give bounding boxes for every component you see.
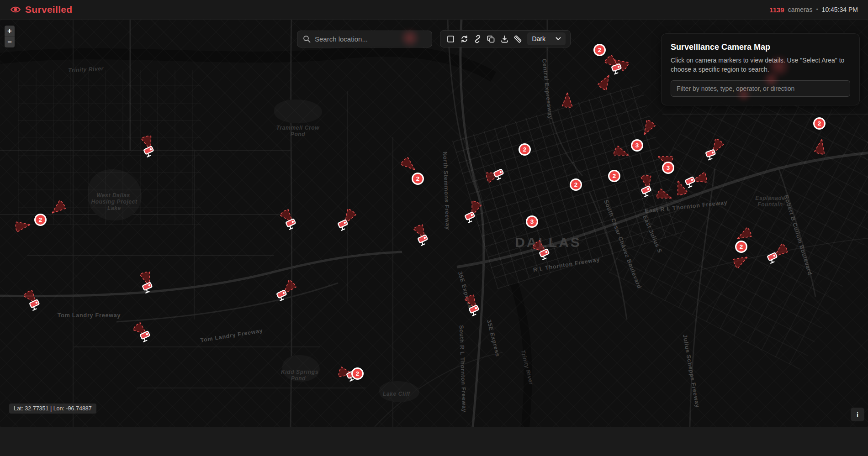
camera-marker[interactable] [285,216,299,230]
camera-view-cone [14,218,32,234]
camera-view-cone [812,137,829,156]
camera-marker[interactable] [143,143,157,157]
attribution-button[interactable]: i [851,408,864,421]
copy-icon[interactable] [485,32,497,45]
map-style-value: Dark [532,35,545,42]
measure-icon[interactable] [512,32,524,45]
download-icon[interactable] [499,32,510,45]
camera-view-cone [47,198,69,219]
map-label: Kidd Springs [281,369,318,375]
status-separator: • [816,6,818,13]
camera-marker[interactable] [493,166,507,180]
cluster-marker[interactable]: 2 [593,44,606,56]
camera-view-cone [638,118,658,139]
select-area-icon[interactable] [445,32,456,45]
chevron-down-icon [556,37,561,41]
camera-marker[interactable] [539,246,552,260]
camera-marker[interactable] [705,147,719,160]
map-label: Central Expressway [541,58,554,120]
cluster-count: 2 [613,173,616,179]
map-style-select[interactable]: Dark [527,32,566,45]
map-label: Pond [291,375,306,382]
camera-marker[interactable] [276,287,290,301]
camera-view-cone [612,143,632,162]
camera-marker[interactable] [468,302,482,316]
cluster-marker[interactable]: 3 [631,139,643,152]
camera-count: 1139 [769,6,784,14]
app-header: Surveilled 1139 cameras • 10:45:34 PM [0,0,868,20]
camera-marker[interactable] [640,183,654,197]
zoom-in-button[interactable]: + [5,26,15,37]
camera-marker[interactable] [142,279,155,293]
cluster-count: 2 [356,370,360,377]
info-panel: Surveillance Camera Map Click on camera … [661,33,860,105]
camera-count-label: cameras [788,6,813,13]
map-label: Trinity River [68,65,104,73]
info-panel-description: Click on camera markers to view details.… [671,56,850,74]
camera-marker[interactable] [611,61,625,74]
map-label: Fountain [757,201,783,208]
map-label: Lake Cliff [383,391,410,397]
camera-marker[interactable] [29,297,42,310]
cluster-marker[interactable]: 2 [519,143,531,156]
cluster-marker[interactable]: 2 [735,241,747,253]
map-label: Esplanade [755,195,785,201]
cluster-marker[interactable]: 2 [412,173,424,185]
search-icon [303,35,311,43]
share-link-icon[interactable] [472,32,483,45]
refresh-icon[interactable] [458,32,470,45]
location-search [297,31,432,47]
map-label: West Dallas [96,192,130,199]
search-input[interactable] [315,35,426,43]
cluster-count: 2 [523,146,527,153]
cluster-count: 3 [667,164,670,171]
zoom-controls: + − [5,26,15,47]
camera-view-cone [655,186,675,205]
zoom-out-button[interactable]: − [5,37,15,47]
camera-marker[interactable] [139,328,153,342]
camera-marker[interactable] [337,217,351,231]
map-label: Tom Landry Freeway [200,327,263,343]
map-label: Julius Schepps Freeway [682,334,701,409]
filter-input[interactable] [671,80,850,97]
map-label: Lake [107,205,121,211]
cluster-marker[interactable]: 2 [34,214,47,226]
cluster-marker[interactable]: 2 [351,367,364,380]
cluster-marker[interactable]: 2 [813,117,826,130]
header-status: 1139 cameras • 10:45:34 PM [769,6,858,14]
cluster-count: 2 [416,175,420,182]
map-label: Robert B Cullum Boulevard [783,194,814,276]
camera-view-cone [730,251,752,271]
camera-marker[interactable] [767,250,780,263]
cluster-marker[interactable]: 3 [526,215,538,228]
eye-icon [10,5,21,15]
map-label: Tom Landry Freeway [58,312,121,319]
cluster-count: 2 [598,47,602,53]
coordinates-display: Lat: 32.77351 | Lon: -96.74887 [9,404,96,414]
map-label: Housing Project [91,199,137,205]
cluster-count: 2 [740,243,743,250]
map-label: Trinity River [520,350,535,386]
map-label: Pond [291,131,305,137]
cluster-marker[interactable]: 3 [662,162,674,174]
map-label: North Stemmons Freeway [442,152,451,230]
cluster-count: 3 [635,142,639,149]
camera-view-cone [561,92,574,108]
cluster-marker[interactable]: 2 [570,178,582,191]
cluster-count: 3 [530,218,534,225]
camera-marker[interactable] [417,232,431,246]
map-label: Trammell Crow [276,125,319,131]
map-label: South R L Thornton Freeway [458,325,468,413]
map-toolbar: Dark [440,30,571,47]
camera-marker[interactable] [464,209,478,223]
current-time: 10:45:34 PM [822,6,858,13]
app-title: Surveilled [25,4,72,15]
cluster-marker[interactable]: 2 [608,170,620,182]
cluster-count: 2 [818,120,821,127]
map-label: South César Chávez Boulevard [603,199,643,289]
footer: Developed by Quad4 - Open-Source MIT v1.… [0,427,868,456]
info-panel-title: Surveillance Camera Map [671,42,850,52]
map-label: East R L Thornton Freeway [645,199,728,215]
app-root: 2 2 3 3 2 2 2 2 3 2 2 2 Trinity RiverTra… [0,0,868,456]
camera-marker[interactable] [684,174,698,188]
